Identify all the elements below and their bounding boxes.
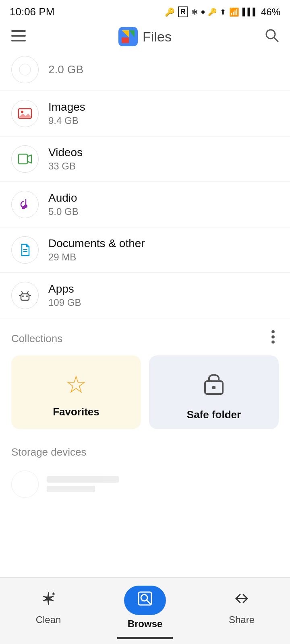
clean-label: Clean	[36, 614, 61, 625]
audio-text: Audio 5.0 GB	[48, 192, 79, 217]
status-bar: 10:06 PM 🔑 R ❄ 🔑 ⬆ 📶 ▌▌▌ 46%	[0, 0, 290, 21]
nav-item-clean[interactable]: Clean	[16, 590, 81, 625]
collection-safe-folder[interactable]: Safe folder	[149, 355, 279, 429]
list-item-apps[interactable]: Apps 109 GB	[0, 273, 290, 318]
videos-size: 33 GB	[48, 161, 83, 172]
storage-devices-header: Storage devices	[0, 442, 290, 466]
arrow-icon: ⬆	[220, 8, 226, 17]
safe-folder-label: Safe folder	[187, 409, 241, 421]
browse-search-icon	[137, 590, 153, 610]
svg-rect-2	[11, 40, 26, 41]
list-item-images[interactable]: Images 9.4 GB	[0, 91, 290, 136]
documents-icon-circle	[11, 236, 39, 264]
r-icon: R	[178, 6, 188, 17]
list-item-audio[interactable]: Audio 5.0 GB	[0, 182, 290, 227]
app-bar: Files	[0, 21, 290, 52]
partial-item-icon	[11, 56, 39, 83]
bottom-navigation: Clean Browse Share	[0, 577, 290, 644]
status-time: 10:06 PM	[10, 6, 54, 18]
svg-rect-18	[21, 294, 29, 300]
partial-list-item[interactable]: 2.0 GB	[0, 52, 290, 91]
wifi-icon: 📶	[229, 7, 239, 17]
svg-point-26	[271, 335, 275, 339]
nav-item-browse[interactable]: Browse	[113, 586, 177, 630]
app-title: Files	[143, 29, 172, 45]
key2-icon: 🔑	[208, 8, 217, 17]
share-label: Share	[229, 614, 255, 625]
list-item-videos[interactable]: Videos 33 GB	[0, 136, 290, 182]
apps-icon-circle	[11, 282, 39, 309]
dot-indicator	[201, 10, 205, 14]
collection-favorites[interactable]: ☆ Favorites	[11, 355, 141, 429]
clean-icon-wrapper	[39, 590, 57, 611]
collections-title: Collections	[11, 332, 62, 345]
svg-point-12	[21, 111, 23, 113]
svg-point-19	[22, 295, 24, 297]
videos-text: Videos 33 GB	[48, 146, 83, 172]
key-icon: 🔑	[165, 7, 175, 17]
apps-name: Apps	[48, 283, 81, 295]
images-text: Images 9.4 GB	[48, 101, 85, 126]
clean-sparkle-icon	[39, 590, 57, 611]
partial-storage-item[interactable]	[0, 466, 290, 506]
apps-size: 109 GB	[48, 297, 81, 308]
svg-marker-7	[129, 37, 135, 43]
images-size: 9.4 GB	[48, 115, 85, 126]
home-indicator	[117, 637, 173, 639]
documents-text: Documents & other 29 MB	[48, 237, 145, 263]
favorites-star-icon: ☆	[65, 373, 87, 397]
partial-storage-icon	[11, 471, 39, 498]
collections-more-icon[interactable]	[267, 330, 279, 347]
svg-point-27	[271, 341, 275, 344]
app-title-group: Files	[118, 27, 172, 46]
favorites-label: Favorites	[53, 406, 99, 418]
svg-rect-1	[11, 35, 26, 37]
status-icons: 🔑 R ❄ 🔑 ⬆ 📶 ▌▌▌ 46%	[165, 6, 280, 18]
svg-marker-6	[122, 37, 129, 43]
videos-icon-circle	[11, 145, 39, 173]
audio-name: Audio	[48, 192, 79, 204]
storage-devices-title: Storage devices	[11, 446, 86, 458]
svg-rect-0	[11, 30, 26, 32]
svg-point-25	[271, 330, 275, 333]
documents-name: Documents & other	[48, 237, 145, 250]
share-icon	[233, 590, 251, 611]
battery-indicator: 46%	[261, 6, 280, 18]
browse-icon-wrapper	[124, 586, 166, 615]
svg-point-10	[19, 64, 31, 75]
hamburger-menu-icon[interactable]	[11, 29, 26, 45]
collections-grid: ☆ Favorites Safe folder	[0, 355, 290, 442]
svg-point-20	[26, 295, 28, 297]
images-name: Images	[48, 101, 85, 114]
svg-line-33	[147, 600, 151, 604]
collections-section-header: Collections	[0, 318, 290, 355]
signal-icon: ▌▌▌	[242, 8, 258, 16]
list-item-documents[interactable]: Documents & other 29 MB	[0, 227, 290, 273]
share-icon-wrapper	[233, 590, 251, 611]
svg-rect-13	[19, 154, 27, 164]
app-logo	[118, 27, 138, 46]
search-icon[interactable]	[264, 28, 279, 45]
partial-line-2	[47, 486, 95, 492]
images-icon-circle	[11, 100, 39, 127]
svg-line-9	[274, 37, 278, 41]
partial-storage-text	[47, 476, 119, 492]
svg-point-15	[24, 204, 27, 208]
safe-folder-lock-icon	[203, 370, 225, 400]
apps-text: Apps 109 GB	[48, 283, 81, 308]
partial-line-1	[47, 476, 119, 483]
documents-size: 29 MB	[48, 252, 145, 263]
audio-icon-circle	[11, 191, 39, 218]
browse-label: Browse	[128, 618, 163, 630]
partial-item-size: 2.0 GB	[48, 63, 83, 76]
videos-name: Videos	[48, 146, 83, 159]
audio-size: 5.0 GB	[48, 206, 79, 217]
nav-item-share[interactable]: Share	[209, 590, 274, 625]
snowflake-icon: ❄	[191, 7, 198, 17]
